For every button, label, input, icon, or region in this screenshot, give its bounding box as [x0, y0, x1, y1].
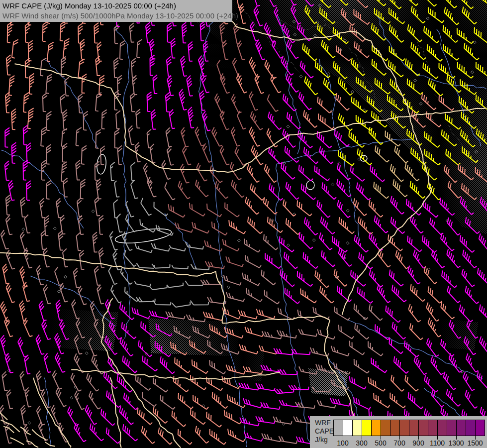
cape-colorbar-box	[390, 420, 400, 436]
cape-colorbar-box	[399, 420, 409, 436]
legend-tick-label: 700	[390, 439, 409, 447]
legend-tick-label: 1500	[465, 439, 485, 447]
cape-colorbar-box	[371, 420, 381, 436]
legend-tick-label: 500	[371, 439, 390, 447]
cape-colorbar-box	[418, 420, 428, 436]
legend-tick-label: 900	[408, 439, 428, 447]
legend-tick-label: 300	[352, 439, 372, 447]
cape-colorbar-box	[343, 420, 353, 436]
map-canvas	[0, 0, 487, 448]
cape-colorbar-box	[437, 420, 447, 436]
legend-tick-label: 1300	[446, 439, 466, 447]
cape-legend: WRF CAPE J/kg 10030050070090011001300150…	[310, 416, 487, 448]
legend-tick-label: 100	[333, 439, 353, 447]
legend-label: WRF CAPE J/kg	[315, 419, 334, 444]
cape-colorbar-box	[409, 420, 419, 436]
cape-colorbar-box	[466, 420, 476, 436]
title-bar: WRF CAPE (J/kg) Monday 13-10-2025 00:00 …	[0, 0, 232, 22]
cape-colorbar-box	[447, 420, 457, 436]
legend-tick-label: 1100	[427, 439, 447, 447]
cape-colorbar-box	[428, 420, 438, 436]
cape-colorbar-box	[333, 420, 343, 436]
cape-colorbar-box	[475, 420, 485, 436]
cape-colorbar-box	[456, 420, 466, 436]
title-line-cape: WRF CAPE (J/kg) Monday 13-10-2025 00:00 …	[2, 1, 232, 11]
legend-label-line2: CAPE	[315, 427, 334, 436]
wrf-weather-map: WRF CAPE (J/kg) Monday 13-10-2025 00:00 …	[0, 0, 487, 448]
cape-colorbar-box	[381, 420, 390, 436]
title-line-windshear: WRF Wind shear (m/s) 500/1000hPa Monday …	[2, 11, 232, 21]
cape-colorbar-box	[352, 420, 362, 436]
legend-label-line1: WRF	[315, 419, 334, 427]
legend-label-line3: J/kg	[315, 436, 334, 444]
cape-colorbar-box	[362, 420, 372, 436]
